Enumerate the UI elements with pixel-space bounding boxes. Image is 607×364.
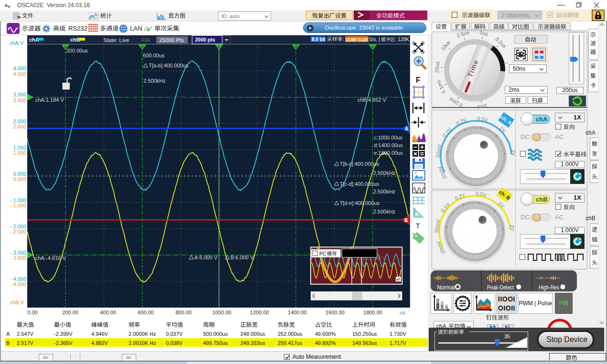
svg-text:c:1000.00us: c:1000.00us: [374, 135, 402, 140]
svg-text:State: Live: State: Live: [103, 37, 129, 43]
svg-text:......: ......: [414, 36, 423, 39]
svg-text:PC: PC: [319, 251, 326, 257]
svg-text:FIR: FIR: [141, 37, 151, 43]
svg-text:chB:4.652 V: chB:4.652 V: [358, 97, 387, 103]
svg-text:2V: 2V: [509, 225, 515, 232]
svg-text:chB: chB: [70, 37, 80, 43]
svg-text:A:6.000 V: A:6.000 V: [195, 255, 218, 260]
svg-text:1V: 1V: [497, 200, 506, 209]
svg-text:chA:-4.816 V: chA:-4.816 V: [35, 255, 66, 261]
svg-text::: :: [343, 36, 344, 42]
svg-text:25us: 25us: [434, 61, 440, 73]
svg-text:F: F: [416, 76, 421, 84]
svg-text:0.1ms: 0.1ms: [435, 79, 447, 95]
svg-text:200.00us: 200.00us: [66, 48, 88, 54]
svg-text:Normal: Normal: [437, 284, 455, 291]
svg-text:High-Res: High-Res: [539, 284, 559, 291]
svg-text:2.500kHz: 2.500kHz: [143, 78, 165, 84]
svg-text:Peak-Detect: Peak-Detect: [487, 284, 514, 291]
svg-text:d: d: [295, 44, 297, 49]
svg-text:d:1400.00us: d:1400.00us: [374, 142, 403, 148]
svg-text:10us: 10us: [440, 39, 452, 52]
svg-text:B:6.000 V: B:6.000 V: [230, 255, 254, 260]
svg-text:T[d-e]:400.000us: T[d-e]:400.000us: [340, 200, 380, 206]
svg-text:T: T: [416, 222, 420, 230]
svg-text:20mV: 20mV: [435, 240, 446, 256]
svg-text:20mV: 20mV: [436, 165, 448, 181]
svg-text:35: 35: [504, 333, 510, 339]
svg-text:8.0 bit: 8.0 bit: [312, 37, 326, 42]
svg-text:1ms: 1ms: [477, 103, 488, 110]
svg-text:2.500kHz: 2.500kHz: [373, 189, 395, 194]
svg-text:2.500kHz: 2.500kHz: [373, 209, 395, 214]
svg-text:A: A: [405, 126, 408, 131]
svg-text:e: e: [371, 44, 374, 49]
svg-text:0.2us: 0.2us: [494, 36, 508, 50]
svg-text:B: B: [404, 218, 408, 223]
svg-text:T[c-d]:400.000us: T[c-d]:400.000us: [340, 181, 379, 187]
svg-text:chA:1.184 V: chA:1.184 V: [35, 97, 65, 103]
svg-text:12.5M / 3.125: 12.5M / 3.125: [346, 37, 368, 42]
svg-text:2.500kHz: 2.500kHz: [373, 170, 395, 176]
svg-text:25000 Pts: 25000 Pts: [159, 37, 184, 43]
svg-text:1V: 1V: [499, 125, 507, 134]
svg-text:600.00us: 600.00us: [143, 53, 165, 58]
svg-text:S/s. |: S/s. |: [369, 37, 380, 42]
svg-text:: 128K.: : 128K.: [395, 37, 410, 42]
svg-text:2V: 2V: [510, 150, 517, 157]
svg-text:b: b: [141, 44, 143, 49]
svg-text:c: c: [218, 44, 220, 49]
svg-text:T[a-b]:400.000us: T[a-b]:400.000us: [149, 63, 189, 68]
svg-text:e:1800.00us: e:1800.00us: [374, 150, 403, 156]
svg-text:T[b-c]:400.000us: T[b-c]:400.000us: [340, 161, 379, 167]
svg-text:2000 pts: 2000 pts: [195, 37, 215, 43]
